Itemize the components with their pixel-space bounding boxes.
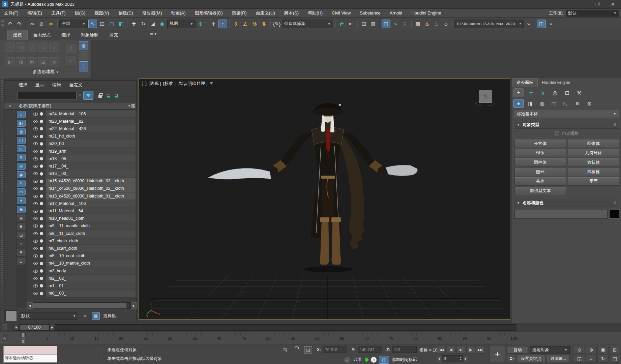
visibility-eye-icon[interactable] (33, 180, 38, 183)
name-color-rollout[interactable]: ▼名称和颜色⠿ (514, 199, 619, 207)
sep[interactable] (229, 20, 230, 28)
filter-solids-icon[interactable]: ■ (17, 223, 26, 230)
explorer-menu-item[interactable]: 显示 (35, 82, 44, 88)
m15_c4520_c8030_Haircloth_03__cloth[interactable]: m15_c4520_c8030_Haircloth_03__cloth (27, 178, 137, 185)
modify-tab-icon[interactable]: ▱ (526, 88, 536, 97)
frozen-dot-icon[interactable] (40, 217, 43, 220)
tab-command-panel[interactable]: 命令面板 (512, 78, 538, 87)
frozen-column-header[interactable]: 冻 (131, 103, 136, 109)
frozen-dot-icon[interactable] (40, 292, 43, 295)
filter-lists-icon[interactable]: ≣ (17, 214, 26, 221)
maximize-viewport-icon[interactable]: ◳ (609, 355, 620, 363)
ribbon-tab[interactable]: 建模 (7, 30, 28, 40)
visibility-eye-icon[interactable] (33, 172, 38, 175)
m0__00_[interactable]: m0__00_ (27, 290, 137, 297)
display-tab-icon[interactable]: ⊟ (562, 88, 572, 97)
dope-sheet-icon[interactable]: ↧ (401, 20, 409, 28)
m14_c4520_c8030_Haircloth_02__cloth[interactable]: m14_c4520_c8030_Haircloth_02__cloth (27, 185, 137, 192)
frozen-dot-icon[interactable] (40, 262, 43, 265)
scene-explorer-icon[interactable]: ◫ (382, 20, 390, 28)
viewcube[interactable]: 前 (479, 90, 492, 103)
filter-frozen-icon[interactable]: ⊡ (17, 232, 26, 239)
bind-to-space-warp-icon[interactable]: ≋ (47, 20, 55, 28)
frozen-dot-icon[interactable] (40, 157, 43, 160)
curve-editor-icon[interactable]: ∿ (391, 20, 400, 28)
frozen-dot-icon[interactable] (40, 127, 43, 130)
visibility-eye-icon[interactable] (33, 127, 38, 130)
edge-mode-icon[interactable]: ◁ (16, 42, 26, 52)
visibility-eye-icon[interactable] (33, 202, 38, 205)
maxscript-mini-listener[interactable]: 脚本迷你侦听器 (3, 346, 57, 363)
filter-bones-icon[interactable]: ▣ (17, 163, 26, 170)
visibility-eye-icon[interactable] (33, 224, 38, 228)
frozen-dot-icon[interactable] (40, 224, 43, 228)
drag-vertex-icon[interactable]: ◩ (27, 57, 37, 66)
menu-item[interactable]: 图形编辑器(D) (195, 10, 223, 16)
primitive-button[interactable]: 球体 (514, 149, 566, 157)
scroll-thumb[interactable] (33, 303, 126, 308)
visibility-eye-icon[interactable] (33, 195, 38, 198)
named-selection-dropdown[interactable]: 创建选择集▼ (282, 20, 333, 28)
frozen-dot-icon[interactable] (40, 135, 43, 138)
frozen-dot-icon[interactable] (40, 247, 43, 250)
filter-containers-icon[interactable]: ◉ (17, 171, 26, 178)
primitive-button[interactable]: 加强型文本 (514, 187, 566, 195)
m20_hd[interactable]: m20_hd (27, 140, 137, 148)
sep[interactable] (127, 20, 128, 28)
object-color-swatch[interactable] (609, 210, 619, 219)
explorer-menu-item[interactable]: 编辑 (52, 82, 61, 88)
visibility-eye-icon[interactable] (33, 284, 38, 287)
visibility-eye-icon[interactable] (33, 135, 38, 138)
viewport-plus-menu[interactable]: [+] (142, 81, 147, 87)
element-mode-icon[interactable]: ◇ (49, 42, 59, 52)
visibility-eye-icon[interactable] (33, 292, 38, 295)
visibility-eye-icon[interactable] (33, 120, 38, 123)
sep[interactable] (535, 20, 535, 28)
explorer-column-header[interactable]: ○ 名称(按降序排序) ▼ 冻 (4, 102, 136, 110)
render-setup-icon[interactable]: ♨ (423, 20, 432, 28)
m18__05_[interactable]: m18__05_ (27, 155, 137, 162)
explorer-menu-item[interactable]: 自定义 (69, 82, 82, 88)
visibility-eye-icon[interactable] (33, 187, 38, 190)
name-column-header[interactable]: 名称(按降序排序) (16, 103, 128, 109)
frame-back-icon[interactable]: ◀ (437, 355, 441, 362)
lock-icon[interactable] (98, 95, 102, 98)
select-and-rotate-icon[interactable]: ↻ (139, 20, 148, 28)
ribbon-tab[interactable]: 自由形式 (28, 30, 56, 40)
listener-script-line[interactable]: 脚本迷你侦听器 (4, 355, 57, 362)
visibility-eye-icon[interactable] (33, 142, 38, 145)
cube-toggle-icon[interactable]: ◫ (379, 356, 389, 364)
ribbon-config-icon[interactable]: ▭ ▾ (150, 32, 156, 36)
select-and-link-icon[interactable]: ∞ (28, 20, 36, 28)
visibility-eye-icon[interactable] (33, 113, 38, 116)
next-frame-arrow[interactable]: ▶ (50, 324, 55, 330)
listener-macro-line[interactable] (4, 346, 57, 355)
ribbon-tab[interactable]: 选择 (56, 30, 76, 40)
sep[interactable] (379, 20, 380, 28)
primitive-category-dropdown[interactable]: 标准基本体▼ (514, 110, 619, 118)
minimize-button[interactable]: — (572, 0, 589, 9)
m7_chain_cloth[interactable]: m7_chain_cloth (27, 237, 137, 245)
play-button[interactable]: ▶ (456, 346, 465, 354)
select-object-icon[interactable]: ↖ (88, 20, 97, 28)
menu-item[interactable]: 创建(C) (118, 10, 133, 16)
menu-item[interactable]: 修改器(M) (142, 10, 162, 16)
auto-key-button[interactable]: 自动 (507, 346, 528, 354)
motion-tab-icon[interactable]: ◎ (550, 88, 560, 97)
frozen-dot-icon[interactable] (40, 164, 43, 168)
cameras-category-icon[interactable]: ◫ (549, 99, 559, 108)
isolate-selection-icon[interactable]: ◳ (283, 347, 287, 353)
geometry-category-icon[interactable]: ● (513, 99, 524, 108)
primitive-button[interactable]: 圆锥体 (568, 140, 619, 148)
select-and-manipulate-icon[interactable]: ✛ (209, 20, 218, 28)
project-folder-dropdown[interactable]: E:\Documents\3ds Max 2023▼ (454, 20, 524, 28)
primitive-button[interactable]: 管状体 (568, 158, 619, 167)
filter-visible-icon[interactable]: ◉ (17, 206, 26, 213)
use-pivot-center-icon[interactable]: ⊕ (196, 20, 205, 28)
search-input[interactable] (17, 92, 77, 99)
key-filters-button[interactable]: 过滤器... (547, 355, 570, 362)
frozen-dot-icon[interactable] (40, 269, 43, 273)
menu-item[interactable]: 工具(T) (51, 10, 66, 16)
zoom-all-icon[interactable]: ⊚ (586, 346, 597, 354)
select-by-name-icon[interactable]: ▤ (98, 20, 107, 28)
